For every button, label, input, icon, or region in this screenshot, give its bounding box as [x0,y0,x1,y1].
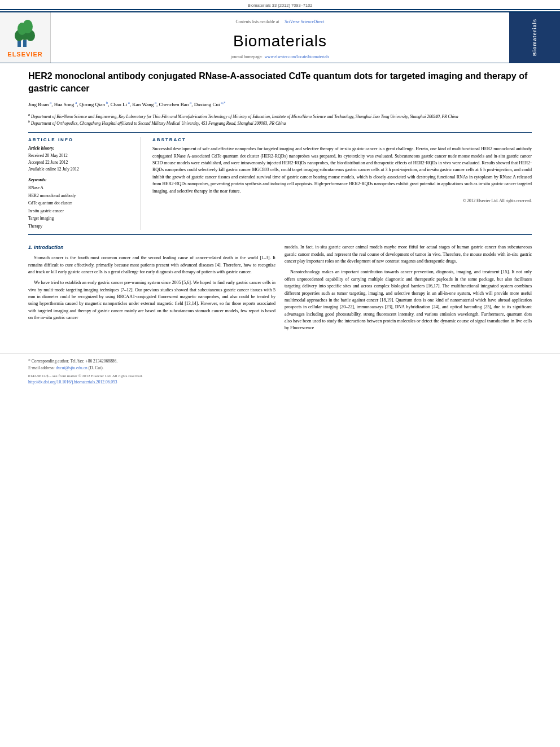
affil-a2-sup: a [74,101,77,105]
email-attribution: (D. Cui). [89,365,104,370]
history-title: Article history: [28,146,134,151]
contents-available-text: Contents lists available at [236,19,279,24]
article-title: HER2 monoclonal antibody conjugated RNas… [28,70,532,94]
issn-text: 0142-9612/$ – see front matter © 2012 El… [28,374,143,378]
homepage-url: www.elsevier.com/locate/biomaterials [265,54,329,59]
accepted-date: Accepted 22 June 2012 [28,159,134,166]
affil-a-star-sup: a,* [220,101,225,105]
elsevier-logo-area: ELSEVIER [0,12,51,63]
received-date: Received 28 May 2012 [28,152,134,159]
keyword-therapy: Therapy [28,222,134,230]
abstract-label: ABSTRACT [152,137,532,142]
author-jing-ruan: Jing Ruan [28,102,49,107]
journal-homepage: journal homepage: www.elsevier.com/locat… [231,54,329,59]
article-history: Article history: Received 28 May 2012 Ac… [28,146,134,173]
keyword-target: Target imaging [28,215,134,222]
svg-point-6 [23,20,33,33]
corresponding-text: * Corresponding author. Tel./fax: +86 21… [28,359,117,364]
issn-line: 0142-9612/$ – see front matter © 2012 El… [28,374,532,378]
biomaterials-sidebar-label: Biomaterials [532,19,537,56]
keyword-cdte: CdTe quantum dot cluster [28,199,134,207]
author-hua-song: Hua Song [54,102,75,107]
article-meta-section: ARTICLE INFO Article history: Received 2… [28,132,532,235]
affil-b-sup: b [105,101,108,105]
page-wrapper: Biomaterials 33 (2012) 7093–7102 ELSEVIE… [0,0,560,389]
center-header: Contents lists available at SciVerse Sci… [51,12,509,63]
right-column: models. In fact, in-situ gastric cancer … [285,244,532,336]
introduction-section: 1. Introduction Stomach cancer is the fo… [28,244,532,336]
top-rule [0,9,560,10]
biomaterials-logo-area: Biomaterials [509,12,560,63]
affiliation-a: Department of Bio-Nano Science and Engin… [31,113,458,119]
article-footer: * Corresponding author. Tel./fax: +86 21… [0,353,560,389]
authors-line: Jing Ruan a, Hua Song a, Qirong Qian b, … [28,100,532,109]
left-column: 1. Introduction Stomach cancer is the fo… [28,244,275,336]
article-info-col: ARTICLE INFO Article history: Received 2… [28,137,141,230]
svg-rect-1 [23,40,27,47]
author-chao-li: Chao Li [111,102,127,107]
keywords-list: RNase A HER2 monoclonal antibody CdTe qu… [28,184,134,230]
email-address: dxcui@sjtu.edu.cn [56,365,88,370]
doi-text: http://dx.doi.org/10.1016/j.biomaterials… [28,379,117,385]
abstract-text: Successful development of safe and effec… [152,146,532,195]
affil-a-sup: a [49,101,51,105]
intro-para-2: We have tried to establish an early gast… [28,279,275,321]
available-date: Available online 12 July 2012 [28,166,134,173]
elsevier-label: ELSEVIER [7,51,42,58]
keywords-section: Keywords: RNase A HER2 monoclonal antibo… [28,177,134,230]
abstract-col: ABSTRACT Successful development of safe … [152,137,532,230]
intro-para-1: Stomach cancer is the fourth most common… [28,255,275,276]
affiliations: a Department of Bio-Nano Science and Eng… [28,112,532,127]
journal-name-banner: Biomaterials [233,28,327,53]
journal-reference: Biomaterials 33 (2012) 7093–7102 [247,3,312,8]
keyword-insitu: In-situ gastric cancer [28,207,134,215]
sciverse-banner: Contents lists available at SciVerse Sci… [225,16,336,28]
journal-header: ELSEVIER Contents lists available at Sci… [0,11,560,63]
affiliation-b: Department of Orthopedics, Changzheng Ho… [31,121,286,126]
sciverse-link: SciVerse ScienceDirect [285,19,324,24]
right-para-1: models. In fact, in-situ gastric cancer … [285,244,532,265]
author-chenchen-bao: Chenchen Bao [159,102,189,107]
author-kan-wang: Kan Wang [132,102,154,107]
author-daxiang-cui: Daxiang Cui [194,102,220,107]
keywords-title: Keywords: [28,177,134,182]
affil-a3-sup: a [127,101,130,105]
copyright-line: © 2012 Elsevier Ltd. All rights reserved… [152,198,532,203]
keyword-her2: HER2 monoclonal antibody [28,192,134,200]
right-para-2: Nanotechnology makes an important contri… [285,269,532,332]
doi-line: http://dx.doi.org/10.1016/j.biomaterials… [28,379,532,385]
intro-heading: 1. Introduction [28,244,275,252]
elsevier-tree-icon [12,18,39,49]
keyword-rnase: RNase A [28,184,134,192]
homepage-label: journal homepage: [231,54,262,59]
email-label-text: E-mail address: [28,365,55,370]
affil-a5-sup: a [189,101,191,105]
article-content: HER2 monoclonal antibody conjugated RNas… [0,63,560,347]
journal-title: Biomaterials [233,32,327,50]
article-info-label: ARTICLE INFO [28,137,134,142]
corresponding-note: * Corresponding author. Tel./fax: +86 21… [28,358,532,365]
email-note: E-mail address: dxcui@sjtu.edu.cn (D. Cu… [28,365,532,372]
affil-a4-sup: a [154,101,156,105]
author-qirong-qian: Qirong Qian [80,102,105,107]
